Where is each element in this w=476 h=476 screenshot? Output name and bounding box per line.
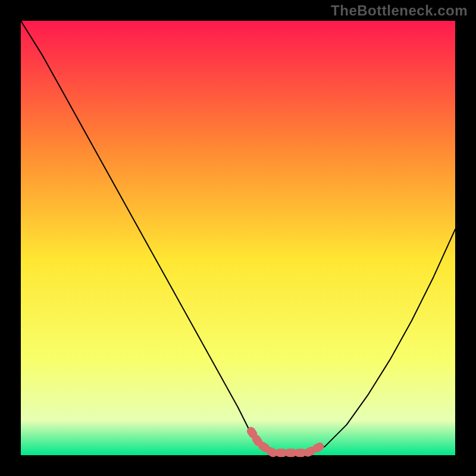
- chart-frame: TheBottleneck.com: [0, 0, 476, 476]
- plot-background: [21, 21, 455, 455]
- watermark-text: TheBottleneck.com: [331, 2, 468, 19]
- bottleneck-chart: [0, 0, 476, 476]
